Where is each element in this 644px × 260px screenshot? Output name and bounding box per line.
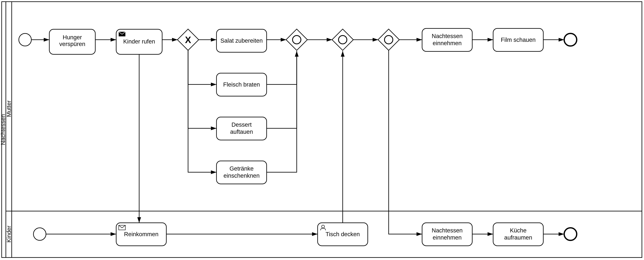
gateway-exclusive: X [178,29,199,50]
gateway-inclusive-3 [378,29,400,50]
task-hunger-label-2: verspüren [59,41,86,47]
task-dessert: Dessert auftauen [216,117,267,140]
task-salat: Salat zubereiten [216,29,267,52]
task-getraenke-label-1: Getränke [230,165,254,172]
task-nachtessen-m-label-1: Nachtessen [432,33,463,39]
task-salat-label: Salat zubereiten [220,37,263,44]
gateway-inclusive-2 [332,29,354,50]
pool [2,2,642,258]
task-reinkommen-label: Reinkommen [124,231,158,238]
task-film-label: Film schauen [501,36,536,43]
task-fleisch-label: Fleisch braten [223,81,260,88]
task-nachtessen-k-label-1: Nachtessen [432,227,463,234]
bpmn-diagram: Nachtessen Mutter Kinder Hunger Kinder r… [0,0,644,260]
svg-point-22 [322,225,324,228]
task-dessert-label-1: Dessert [232,121,252,128]
task-tisch: Tisch decken [318,223,368,246]
task-kinder-rufen-label: Kinder rufen [123,38,155,45]
task-dessert-label-2: auftauen [230,128,253,135]
task-kueche-label-2: aufraumen [504,234,532,241]
lane-title-kinder: Kinder [6,226,12,242]
gateway-inclusive-1 [286,29,308,50]
task-nachtessen-k-label-2: einnehmen [433,234,462,241]
task-tisch-label: Tisch decken [326,231,360,238]
task-nachtessen-m-label-2: einnehmen [433,40,462,46]
task-film: Film schauen [493,28,543,52]
task-getraenke: Getränke einschenknen [216,161,267,184]
task-kueche: Küche aufraumen [493,223,543,246]
task-nachtessen-kinder: Nachtessen einnehmen [422,223,472,246]
svg-rect-13 [332,29,354,50]
lane-title-mutter: Mutter [6,100,12,117]
gateway-exclusive-marker: X [185,35,191,45]
task-fleisch: Fleisch braten [216,73,267,96]
svg-rect-15 [378,29,400,50]
task-reinkommen: Reinkommen [116,223,166,246]
pool-title: Nachtessen [0,114,6,145]
task-hunger-label: Hunger [63,34,82,40]
task-getraenke-label-2: einschenknen [224,172,260,179]
flows [31,40,564,234]
task-kueche-label-1: Küche [510,227,526,234]
end-event-mutter [564,34,577,46]
start-event-mutter [19,34,31,46]
task-kinder-rufen: Kinder rufen [116,29,162,54]
start-event-kinder [34,228,46,240]
end-event-kinder [564,228,577,240]
envelope-filled-icon [119,32,125,36]
svg-rect-11 [286,29,308,50]
envelope-outline-icon [119,225,125,230]
task-nachtessen-mutter: Nachtessen einnehmen [422,28,472,52]
